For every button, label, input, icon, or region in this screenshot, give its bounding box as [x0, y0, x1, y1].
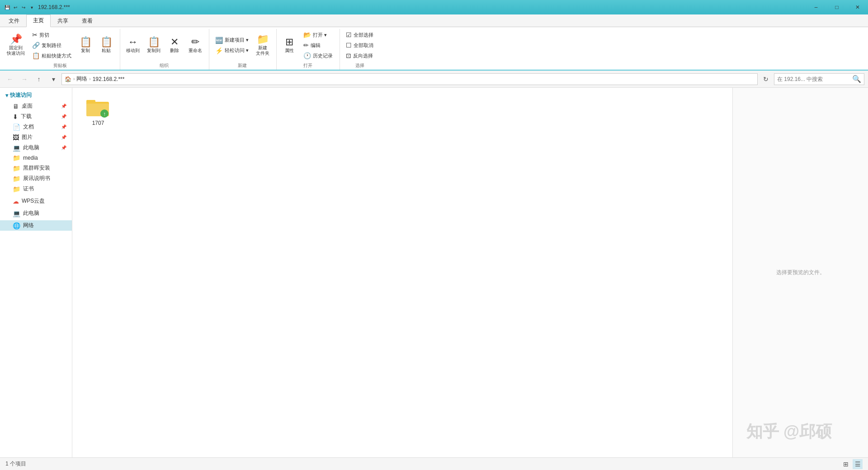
sidebar-item-documents[interactable]: 📄 文档 📌	[0, 122, 72, 132]
copy-path-button[interactable]: 🔗 复制路径	[29, 40, 75, 50]
properties-icon: ⊞	[285, 37, 293, 47]
sidebar-item-wps[interactable]: ☁ WPS云盘	[0, 196, 72, 206]
address-ip[interactable]: 192.168.2.***	[93, 76, 125, 82]
move-to-button[interactable]: ↔ 移动到	[123, 30, 143, 61]
file-item-1707[interactable]: ↑ 1707	[78, 93, 118, 129]
invert-select-icon: ⊡	[346, 52, 351, 59]
copy-to-icon: 📋	[148, 37, 160, 47]
easy-access-button[interactable]: ⚡ 轻松访问 ▾	[212, 46, 252, 56]
list-view-button[interactable]: ☰	[853, 459, 863, 469]
preview-empty-text: 选择要预览的文件。	[776, 269, 825, 276]
dropdown-icon[interactable]: ▾	[28, 4, 35, 11]
svg-text:↑: ↑	[103, 111, 106, 117]
history-icon: 🕐	[303, 52, 311, 59]
select-group-label: 选择	[343, 62, 377, 70]
thispc-icon: 💻	[13, 210, 20, 217]
search-icon[interactable]: 🔍	[852, 75, 861, 83]
close-button[interactable]: ✕	[847, 0, 868, 14]
new-folder-button[interactable]: 📁 新建文件夹	[253, 30, 273, 61]
select-none-button[interactable]: ☐ 全部取消	[343, 40, 377, 50]
sidebar: ▾ 快速访问 🖥 桌面 📌 ⬇ 下载 📌 📄 文档 📌 🖼 图片 📌 💻 此电脑…	[0, 88, 72, 457]
invert-select-button[interactable]: ⊡ 反向选择	[343, 51, 377, 61]
copy-to-button[interactable]: 📋 复制到	[144, 30, 164, 61]
open-icon: 📂	[303, 31, 311, 38]
redo-icon[interactable]: ↪	[20, 4, 27, 11]
item-count: 1 个项目	[5, 460, 26, 468]
sidebar-item-desktop[interactable]: 🖥 桌面 📌	[0, 101, 72, 111]
sidebar-item-pictures[interactable]: 🖼 图片 📌	[0, 132, 72, 142]
cert-icon: 📁	[13, 185, 20, 193]
wps-cloud-icon: ☁	[13, 198, 19, 205]
move-icon: ↔	[128, 37, 138, 47]
save-icon[interactable]: 💾	[4, 4, 11, 11]
title-bar: 💾 ↩ ↪ ▾ 192.168.2.*** – □ ✕	[0, 0, 868, 14]
folder-icon-1707: ↑	[85, 96, 111, 118]
window-title: 192.168.2.***	[38, 4, 70, 10]
new-item-button[interactable]: 🆕 新建项目 ▾	[212, 35, 252, 45]
new-group-label: 新建	[212, 62, 273, 70]
paste-button[interactable]: 📋 粘贴	[96, 30, 116, 61]
maximize-button[interactable]: □	[826, 0, 847, 14]
pin-pictures: 📌	[61, 135, 66, 140]
tab-share[interactable]: 共享	[51, 15, 75, 27]
history-button[interactable]: 🕐 历史记录	[300, 51, 336, 61]
delete-button[interactable]: ✕ 删除	[165, 30, 184, 61]
forward-button[interactable]: →	[18, 73, 31, 85]
copy-path-icon: 🔗	[32, 42, 40, 49]
up-button[interactable]: ↑	[33, 73, 45, 85]
cut-copy-paste-group: ✂ 剪切 🔗 复制路径 📋 粘贴快捷方式	[29, 30, 75, 61]
thispc-label: 此电脑	[23, 209, 39, 217]
open-button[interactable]: 📂 打开 ▾	[300, 30, 336, 40]
sidebar-item-cert[interactable]: 📁 证书	[0, 184, 72, 194]
select-all-icon: ☑	[346, 31, 352, 38]
grid-view-button[interactable]: ⊞	[841, 459, 851, 469]
documents-label: 文档	[23, 123, 34, 131]
properties-button[interactable]: ⊞ 属性	[279, 30, 299, 61]
undo-icon[interactable]: ↩	[12, 4, 19, 11]
minimize-button[interactable]: –	[806, 0, 826, 14]
pin-quick-access-button[interactable]: 📌 固定到快速访问	[4, 30, 28, 61]
sidebar-item-thispc-quick[interactable]: 💻 此电脑 📌	[0, 142, 72, 153]
address-path[interactable]: 🏠 › 网络 › 192.168.2.***	[61, 73, 758, 85]
paste-icon: 📋	[100, 37, 113, 47]
select-all-button[interactable]: ☑ 全部选择	[343, 30, 377, 40]
tab-view[interactable]: 查看	[75, 15, 99, 27]
home-icon: 🏠	[65, 76, 71, 82]
media-icon: 📁	[13, 154, 20, 161]
edit-button[interactable]: ✏ 编辑	[300, 40, 336, 50]
pin-documents: 📌	[61, 124, 66, 129]
ribbon-panel: 📌 固定到快速访问 ✂ 剪切 🔗 复制路径 📋 粘贴快捷方式 📋	[0, 27, 868, 71]
documents-icon: 📄	[13, 123, 20, 131]
select-none-icon: ☐	[346, 42, 352, 49]
rename-button[interactable]: ✏ 重命名	[185, 30, 205, 61]
quick-access-section[interactable]: ▾ 快速访问	[0, 90, 72, 101]
edit-icon: ✏	[303, 42, 309, 49]
sidebar-item-install[interactable]: 📁 黑群晖安装	[0, 163, 72, 173]
thispc-quick-icon: 💻	[13, 144, 20, 152]
sidebar-item-downloads[interactable]: ⬇ 下载 📌	[0, 111, 72, 122]
tab-file[interactable]: 文件	[2, 15, 26, 27]
ribbon-group-select: ☑ 全部选择 ☐ 全部取消 ⊡ 反向选择 选择	[341, 29, 380, 70]
sidebar-item-thispc[interactable]: 💻 此电脑	[0, 208, 72, 218]
new-small-group: 🆕 新建项目 ▾ ⚡ 轻松访问 ▾	[212, 30, 252, 61]
thispc-quick-label: 此电脑	[23, 144, 39, 152]
sidebar-item-media[interactable]: 📁 media	[0, 153, 72, 163]
address-network[interactable]: 网络	[76, 75, 87, 83]
recent-button[interactable]: ▾	[47, 73, 60, 85]
svg-rect-1	[86, 100, 95, 104]
back-button[interactable]: ←	[4, 73, 16, 85]
tab-home[interactable]: 主页	[26, 14, 51, 27]
new-item-icon: 🆕	[215, 37, 223, 44]
sidebar-item-network[interactable]: 🌐 网络	[0, 220, 72, 231]
cut-button[interactable]: ✂ 剪切	[29, 30, 75, 40]
install-icon: 📁	[13, 165, 20, 172]
search-input[interactable]	[777, 76, 850, 82]
refresh-button[interactable]: ↻	[760, 73, 772, 85]
quick-access-arrow: ▾	[5, 92, 8, 99]
address-bar: ← → ↑ ▾ 🏠 › 网络 › 192.168.2.*** ↻ 🔍	[0, 71, 868, 88]
cut-icon: ✂	[32, 31, 38, 38]
paste-shortcut-button[interactable]: 📋 粘贴快捷方式	[29, 51, 75, 61]
copy-button[interactable]: 📋 复制	[75, 30, 95, 61]
sidebar-item-manual[interactable]: 📁 展讯说明书	[0, 173, 72, 184]
status-bar: 1 个项目 ⊞ ☰	[0, 457, 868, 470]
